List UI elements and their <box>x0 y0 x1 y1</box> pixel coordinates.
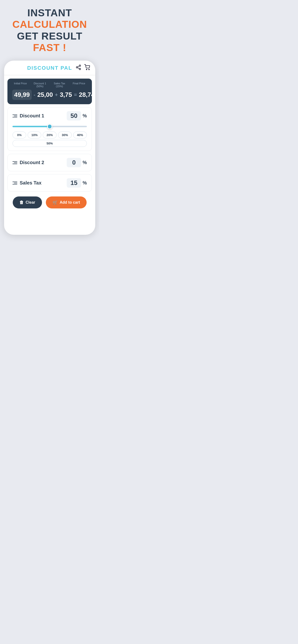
sales-tax-pct: % <box>83 180 87 186</box>
sales-tax-title-group: Sales Tax <box>13 180 42 186</box>
op-minus: - <box>33 92 36 98</box>
op-equals: = <box>73 92 78 98</box>
svg-point-6 <box>89 69 89 70</box>
value-initial: 49,99 <box>12 90 32 100</box>
preset-20[interactable]: 20% <box>43 132 56 138</box>
discount1-title-group: Discount 1 <box>13 113 44 118</box>
discount1-value-group: 50 % <box>67 111 87 120</box>
clear-icon: 🗑 <box>20 200 24 205</box>
spacer-bottom <box>4 211 95 230</box>
label-initial: Initial Price <box>12 82 29 88</box>
bottom-buttons: 🗑 Clear 🛒 Add to cart <box>4 192 95 211</box>
headline: INSTANT CALCULATION GET RESULT FAST ! <box>5 7 95 54</box>
discount1-value[interactable]: 50 <box>67 111 81 120</box>
value-sales-tax: 3,75 <box>60 91 72 98</box>
label-final: Final Price <box>71 82 87 88</box>
preset-40[interactable]: 40% <box>73 132 87 138</box>
discount2-value[interactable]: 0 <box>67 158 81 167</box>
value-discount1: 25,00 <box>37 91 53 98</box>
sales-tax-header: Sales Tax 15 % <box>13 178 87 188</box>
preset-0[interactable]: 0% <box>13 132 26 138</box>
label-sales-tax: Sales Tax (15%) <box>51 82 68 88</box>
clear-button[interactable]: 🗑 Clear <box>13 196 42 208</box>
op-plus: + <box>54 92 59 98</box>
discount2-pct: % <box>83 160 87 165</box>
discount2-header: Discount 2 0 % <box>13 158 87 167</box>
headline-line2-orange: FAST ! <box>33 42 66 53</box>
app-topbar: DISCOUNT PAL <box>4 60 95 75</box>
summary-box: Initial Price Discount 1 (50%) Sales Tax… <box>8 78 92 104</box>
clear-label: Clear <box>26 200 35 204</box>
sales-tax-slider-icon[interactable] <box>13 182 17 184</box>
add-to-cart-label: Add to cart <box>60 200 80 204</box>
discount1-section: Discount 1 50 % 0% 10% 20% 30% 40% 50% <box>8 107 92 151</box>
cart-icon[interactable] <box>84 64 90 72</box>
label-discount1: Discount 1 (50%) <box>32 82 48 88</box>
preset-30[interactable]: 30% <box>58 132 72 138</box>
discount2-label: Discount 2 <box>20 160 44 165</box>
discount2-slider-icon[interactable] <box>13 161 17 164</box>
value-final: 28,74 <box>79 91 95 98</box>
discount2-title-group: Discount 2 <box>13 160 44 165</box>
discount1-slider-container <box>13 124 87 128</box>
headline-line2-dark: GET RESULT <box>17 30 83 42</box>
discount2-section: Discount 2 0 % <box>8 154 92 171</box>
discount1-pct: % <box>83 113 87 118</box>
headline-line1-orange: CALCULATION <box>12 19 87 30</box>
discount1-slider[interactable] <box>13 126 87 127</box>
sales-tax-section: Sales Tax 15 % <box>8 174 92 192</box>
share-icon[interactable] <box>76 64 81 72</box>
sales-tax-value-group: 15 % <box>67 178 87 188</box>
headline-line1-dark: INSTANT <box>27 7 72 18</box>
discount1-slider-icon[interactable] <box>13 114 17 118</box>
add-to-cart-icon: 🛒 <box>53 200 58 205</box>
discount1-label: Discount 1 <box>20 113 44 118</box>
discount1-presets: 0% 10% 20% 30% 40% 50% <box>13 132 87 147</box>
topbar-icons <box>76 64 90 72</box>
sales-tax-label: Sales Tax <box>20 180 42 186</box>
svg-point-5 <box>86 69 87 70</box>
preset-10[interactable]: 10% <box>28 132 41 138</box>
preset-50[interactable]: 50% <box>13 140 87 147</box>
app-title: DISCOUNT PAL <box>27 65 72 71</box>
svg-line-4 <box>78 66 79 67</box>
sales-tax-value[interactable]: 15 <box>67 178 81 188</box>
summary-values: 49,99 - 25,00 + 3,75 = 28,74 <box>12 90 87 100</box>
summary-labels: Initial Price Discount 1 (50%) Sales Tax… <box>12 82 87 88</box>
page-wrapper: INSTANT CALCULATION GET RESULT FAST ! DI… <box>0 0 99 244</box>
add-to-cart-button[interactable]: 🛒 Add to cart <box>46 196 87 208</box>
phone-mockup: DISCOUNT PAL <box>4 60 95 235</box>
discount1-header: Discount 1 50 % <box>13 111 87 120</box>
svg-line-3 <box>78 68 79 69</box>
discount2-value-group: 0 % <box>67 158 87 167</box>
